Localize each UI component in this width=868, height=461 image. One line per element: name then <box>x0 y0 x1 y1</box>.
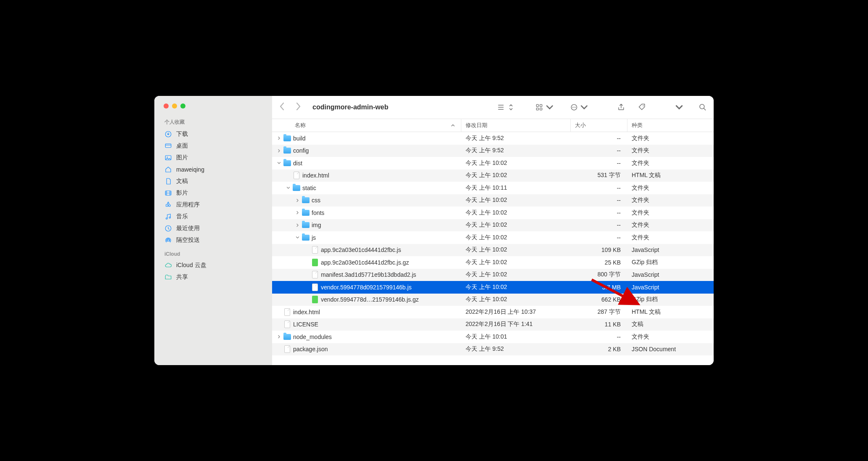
sidebar-item-shared[interactable]: 共享 <box>154 271 272 283</box>
share-button[interactable] <box>617 103 625 111</box>
sidebar-item-apps[interactable]: 应用程序 <box>154 199 272 211</box>
file-date: 今天 上午 10:02 <box>461 209 571 217</box>
forward-button[interactable] <box>295 101 302 113</box>
file-row[interactable]: css今天 上午 10:02--文件夹 <box>272 194 714 207</box>
more-button[interactable] <box>675 103 683 111</box>
file-row[interactable]: app.9c2a03e01cd4441d2fbc.js.gz今天 上午 10:0… <box>272 256 714 269</box>
file-size: 531 字节 <box>571 172 627 179</box>
recents-icon <box>164 225 172 232</box>
home-icon <box>164 166 172 173</box>
file-date: 今天 上午 10:01 <box>461 333 571 341</box>
minimize-button[interactable] <box>172 103 177 109</box>
file-icon <box>283 321 291 328</box>
file-kind: GZip 归档 <box>627 296 714 303</box>
file-row[interactable]: manifest.3ad1d5771e9b13dbdad2.js今天 上午 10… <box>272 269 714 281</box>
file-date: 今天 上午 10:02 <box>461 246 571 254</box>
chevron-down-icon[interactable] <box>295 235 300 240</box>
sidebar-item-icloud[interactable]: iCloud 云盘 <box>154 260 272 271</box>
column-kind[interactable]: 种类 <box>627 119 714 132</box>
column-name[interactable]: 名称 <box>272 119 461 132</box>
file-kind: 文件夹 <box>627 159 714 167</box>
sidebar-item-desktop[interactable]: 桌面 <box>154 140 272 152</box>
chevron-right-icon[interactable] <box>295 210 300 215</box>
view-list-button[interactable] <box>497 103 515 111</box>
file-row[interactable]: static今天 上午 10:11--文件夹 <box>272 182 714 194</box>
file-row[interactable]: js今天 上午 10:02--文件夹 <box>272 231 714 244</box>
file-name: js <box>312 234 316 241</box>
file-kind: 文件夹 <box>627 196 714 204</box>
file-name: vendor.5994778d…215799146b.js.gz <box>321 296 419 303</box>
tags-button[interactable] <box>638 103 646 111</box>
window-controls <box>154 103 272 117</box>
file-row[interactable]: vendor.5994778d09215799146b.js今天 上午 10:0… <box>272 281 714 294</box>
file-row[interactable]: fonts今天 上午 10:02--文件夹 <box>272 207 714 219</box>
sidebar-item-home[interactable]: maweiqing <box>154 164 272 175</box>
sidebar-item-music[interactable]: 音乐 <box>154 211 272 223</box>
svg-rect-9 <box>537 104 539 106</box>
sidebar-item-airdrop[interactable]: 隔空投送 <box>154 234 272 246</box>
chevron-right-icon[interactable] <box>295 198 300 203</box>
file-row[interactable]: img今天 上午 10:02--文件夹 <box>272 219 714 232</box>
file-size: -- <box>571 135 627 142</box>
sidebar-item-label: 音乐 <box>176 213 188 220</box>
search-button[interactable] <box>699 103 707 111</box>
archive-icon <box>311 259 319 266</box>
sidebar-item-download[interactable]: 下载 <box>154 128 272 140</box>
file-name: app.9c2a03e01cd4441d2fbc.js.gz <box>321 259 409 266</box>
file-icon <box>283 308 291 316</box>
sidebar-item-pictures[interactable]: 图片 <box>154 152 272 164</box>
file-size: -- <box>571 222 627 228</box>
folder-icon <box>283 333 291 341</box>
sidebar-item-recents[interactable]: 最近使用 <box>154 223 272 234</box>
file-kind: GZip 归档 <box>627 259 714 266</box>
file-row[interactable]: index.html2022年2月16日 上午 10:37287 字节HTML … <box>272 306 714 318</box>
maximize-button[interactable] <box>180 103 185 109</box>
group-button[interactable] <box>535 103 554 111</box>
file-row[interactable]: vendor.5994778d…215799146b.js.gz今天 上午 10… <box>272 294 714 306</box>
file-kind: 文件夹 <box>627 234 714 241</box>
file-name: build <box>293 135 306 142</box>
file-row[interactable]: app.9c2a03e01cd4441d2fbc.js今天 上午 10:0210… <box>272 244 714 257</box>
svg-rect-12 <box>540 108 542 110</box>
chevron-right-icon[interactable] <box>295 223 300 228</box>
folder-icon <box>283 159 291 167</box>
sidebar-item-movies[interactable]: 影片 <box>154 187 272 199</box>
svg-point-15 <box>574 107 574 108</box>
column-size[interactable]: 大小 <box>571 119 627 132</box>
favorites-header: 个人收藏 <box>154 117 272 128</box>
sidebar-item-label: iCloud 云盘 <box>176 262 206 269</box>
download-icon <box>164 130 172 138</box>
file-size: -- <box>571 147 627 154</box>
action-button[interactable] <box>570 103 588 111</box>
window-title: codingmore-admin-web <box>312 103 388 111</box>
chevron-right-icon[interactable] <box>276 334 281 339</box>
file-row[interactable]: LICENSE2022年2月16日 下午 1:4111 KB文稿 <box>272 318 714 331</box>
file-date: 今天 上午 10:02 <box>461 283 571 291</box>
column-date[interactable]: 修改日期 <box>461 119 571 132</box>
chevron-right-icon[interactable] <box>276 148 281 153</box>
chevron-right-icon[interactable] <box>276 136 281 141</box>
file-kind: 文件夹 <box>627 333 714 341</box>
folder-icon <box>302 196 310 204</box>
desktop-icon <box>164 142 172 150</box>
file-row[interactable]: config今天 上午 9:52--文件夹 <box>272 145 714 157</box>
file-row[interactable]: build今天 上午 9:52--文件夹 <box>272 132 714 145</box>
chevron-down-icon[interactable] <box>286 185 291 191</box>
back-button[interactable] <box>279 101 286 113</box>
file-size: -- <box>571 160 627 167</box>
svg-point-16 <box>575 107 576 108</box>
chevron-down-icon[interactable] <box>276 161 281 166</box>
file-row[interactable]: package.json今天 上午 9:522 KBJSON Document <box>272 343 714 356</box>
sidebar-item-documents[interactable]: 文稿 <box>154 175 272 187</box>
file-date: 今天 上午 10:02 <box>461 221 571 229</box>
file-row[interactable]: node_modules今天 上午 10:01--文件夹 <box>272 331 714 343</box>
file-name: css <box>312 197 320 204</box>
sidebar-item-label: 隔空投送 <box>176 236 200 244</box>
file-icon <box>283 345 291 353</box>
close-button[interactable] <box>164 103 169 109</box>
folder-icon <box>302 209 310 217</box>
file-name: LICENSE <box>293 321 318 328</box>
file-size: 25 KB <box>571 259 627 266</box>
file-row[interactable]: index.html今天 上午 10:02531 字节HTML 文稿 <box>272 170 714 182</box>
file-row[interactable]: dist今天 上午 10:02--文件夹 <box>272 157 714 170</box>
